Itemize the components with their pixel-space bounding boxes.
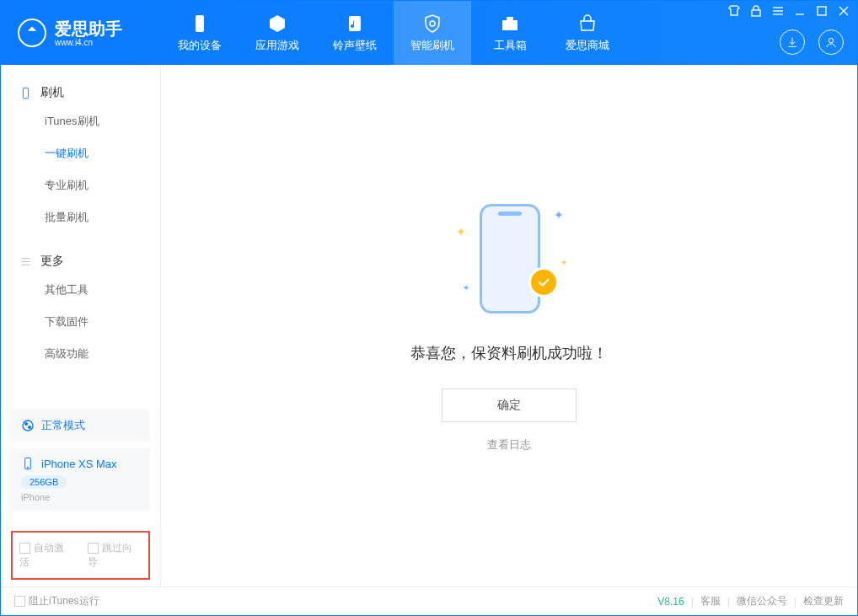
success-message: 恭喜您，保资料刷机成功啦！ <box>410 343 608 363</box>
store-icon <box>577 13 598 34</box>
ok-button[interactable]: 确定 <box>442 388 576 422</box>
checkbox-block-itunes[interactable]: 阻止iTunes运行 <box>14 594 99 608</box>
svg-rect-1 <box>349 16 361 31</box>
svg-rect-3 <box>507 17 513 20</box>
checkmark-badge-icon <box>528 267 559 297</box>
toolbox-icon <box>500 13 520 34</box>
sidebar-item-batch-flash[interactable]: 批量刷机 <box>1 201 160 233</box>
success-illustration: ✦ ✦ ✦ ✦ <box>454 200 564 318</box>
sidebar-item-advanced[interactable]: 高级功能 <box>1 338 160 370</box>
download-button[interactable] <box>780 29 805 55</box>
sidebar-head-flash: 刷机 <box>1 80 160 105</box>
sidebar-head-more: 更多 <box>1 249 160 274</box>
mode-icon <box>21 419 35 432</box>
sidebar-section-title: 刷机 <box>40 85 64 100</box>
svg-rect-2 <box>502 20 517 30</box>
phone-icon <box>190 13 210 34</box>
sparkle-icon: ✦ <box>560 258 567 267</box>
svg-point-12 <box>27 467 28 468</box>
svg-rect-5 <box>818 7 826 15</box>
app-window: 爱思助手 www.i4.cn 我的设备 应用游戏 铃声壁纸 智能刷机 <box>0 0 858 616</box>
maximize-icon[interactable] <box>815 4 829 18</box>
svg-rect-4 <box>752 10 760 16</box>
refresh-shield-icon <box>422 13 442 34</box>
phone-outline-icon <box>19 87 32 99</box>
device-cards: 正常模式 iPhone XS Max 256GB iPhone <box>1 403 160 524</box>
status-bar: 阻止iTunes运行 V8.16 | 客服 | 微信公众号 | 检查更新 <box>1 587 857 615</box>
tab-apps-games[interactable]: 应用游戏 <box>239 1 316 65</box>
device-card[interactable]: iPhone XS Max 256GB iPhone <box>11 448 150 511</box>
menu-icon[interactable] <box>771 4 785 18</box>
app-site: www.i4.cn <box>55 38 122 47</box>
sparkle-icon: ✦ <box>554 208 564 222</box>
tab-label: 智能刷机 <box>410 38 454 53</box>
cube-icon <box>267 13 287 34</box>
lock-icon[interactable] <box>749 4 763 18</box>
svg-rect-7 <box>23 88 28 99</box>
list-icon <box>19 255 32 268</box>
device-type: iPhone <box>21 492 140 502</box>
main-content: ✦ ✦ ✦ ✦ 恭喜您，保资料刷机成功啦！ 确定 查看日志 <box>161 65 857 587</box>
sidebar-item-download-firmware[interactable]: 下载固件 <box>1 306 160 338</box>
tab-label: 工具箱 <box>494 38 527 53</box>
sidebar-section-flash: 刷机 iTunes刷机 一键刷机 专业刷机 批量刷机 <box>1 65 160 233</box>
version-label: V8.16 <box>657 596 684 608</box>
app-logo-icon <box>18 19 46 47</box>
svg-rect-0 <box>196 15 204 32</box>
app-name: 爱思助手 <box>55 19 122 38</box>
top-tabs: 我的设备 应用游戏 铃声壁纸 智能刷机 工具箱 爱思商城 <box>161 1 626 65</box>
checkbox-skip-guide[interactable]: 跳过向导 <box>88 541 142 570</box>
header: 爱思助手 www.i4.cn 我的设备 应用游戏 铃声壁纸 智能刷机 <box>1 1 857 65</box>
tshirt-icon[interactable] <box>727 4 741 18</box>
sidebar-item-other-tools[interactable]: 其他工具 <box>1 274 160 306</box>
checkbox-auto-activate[interactable]: 自动激活 <box>19 541 74 570</box>
tab-label: 应用游戏 <box>255 38 299 53</box>
sparkle-icon: ✦ <box>456 225 466 238</box>
music-note-icon <box>345 13 365 34</box>
tab-store[interactable]: 爱思商城 <box>549 1 626 65</box>
body: 刷机 iTunes刷机 一键刷机 专业刷机 批量刷机 更多 其他工具 下载固件 … <box>1 65 857 587</box>
tab-label: 铃声壁纸 <box>333 38 377 53</box>
logo-area: 爱思助手 www.i4.cn <box>1 19 161 47</box>
svg-point-10 <box>29 426 31 429</box>
tab-ringtones-wallpapers[interactable]: 铃声壁纸 <box>316 1 394 65</box>
sidebar: 刷机 iTunes刷机 一键刷机 专业刷机 批量刷机 更多 其他工具 下载固件 … <box>1 65 161 587</box>
tab-toolbox[interactable]: 工具箱 <box>471 1 549 65</box>
tab-label: 我的设备 <box>178 38 222 53</box>
sidebar-item-itunes-flash[interactable]: iTunes刷机 <box>1 105 160 137</box>
device-name: iPhone XS Max <box>41 458 117 470</box>
user-button[interactable] <box>818 29 844 55</box>
svg-point-8 <box>23 420 33 431</box>
view-log-link[interactable]: 查看日志 <box>487 437 531 453</box>
sidebar-section-more: 更多 其他工具 下载固件 高级功能 <box>1 233 160 370</box>
header-right-buttons <box>780 29 844 55</box>
phone-illustration-icon <box>480 204 540 313</box>
tab-my-device[interactable]: 我的设备 <box>161 1 239 65</box>
minimize-icon[interactable] <box>793 4 807 18</box>
device-phone-icon <box>21 457 35 470</box>
sparkle-icon: ✦ <box>463 283 469 292</box>
tab-label: 爱思商城 <box>566 38 609 53</box>
sidebar-item-oneclick-flash[interactable]: 一键刷机 <box>1 137 160 169</box>
svg-point-9 <box>25 423 28 426</box>
link-check-update[interactable]: 检查更新 <box>803 594 844 608</box>
device-storage: 256GB <box>21 475 67 489</box>
sidebar-section-title: 更多 <box>40 254 64 269</box>
tab-smart-flash[interactable]: 智能刷机 <box>394 1 471 65</box>
mode-card[interactable]: 正常模式 <box>11 410 150 442</box>
window-controls <box>727 4 850 18</box>
sidebar-item-pro-flash[interactable]: 专业刷机 <box>1 169 160 201</box>
svg-point-6 <box>829 38 833 42</box>
close-icon[interactable] <box>837 4 850 18</box>
bottom-options-highlight: 自动激活 跳过向导 <box>11 531 150 580</box>
link-wechat[interactable]: 微信公众号 <box>737 594 787 608</box>
link-support[interactable]: 客服 <box>700 594 721 608</box>
mode-label: 正常模式 <box>41 418 85 433</box>
